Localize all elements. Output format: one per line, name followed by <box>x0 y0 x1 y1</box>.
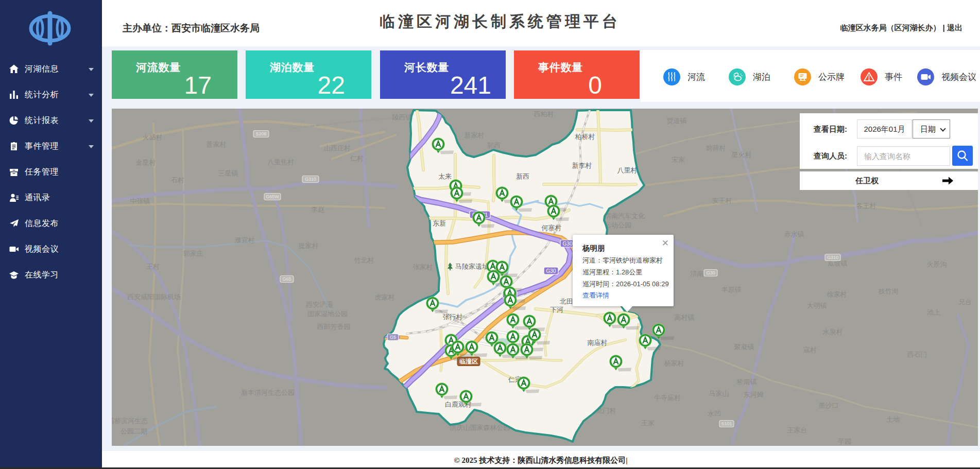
svg-text:寇村: 寇村 <box>803 346 817 354</box>
svg-text:马家山: 马家山 <box>709 390 729 397</box>
svg-text:各王村: 各王村 <box>856 202 876 210</box>
svg-text:宋家: 宋家 <box>672 156 685 164</box>
svg-text:仁村: 仁村 <box>350 154 364 162</box>
svg-text:水泉村: 水泉村 <box>823 328 843 336</box>
svg-text:北田: 北田 <box>560 298 573 305</box>
svg-text:渭南汽车文化: 渭南汽车文化 <box>604 212 645 220</box>
svg-text:运动公园: 运动公园 <box>605 221 631 229</box>
svg-text:聚凝镇: 聚凝镇 <box>734 343 754 351</box>
svg-text:前薛村: 前薛村 <box>706 144 726 152</box>
svg-text:李赵: 李赵 <box>311 205 324 213</box>
svg-text:丰原镇: 丰原镇 <box>721 286 742 293</box>
svg-text:S208: S208 <box>255 131 266 136</box>
svg-text:金星村: 金星村 <box>136 159 156 166</box>
svg-text:东河姆: 东河姆 <box>744 391 764 398</box>
svg-text:下河: 下河 <box>550 306 563 314</box>
svg-text:兄台: 兄台 <box>958 298 972 306</box>
svg-text:土地: 土地 <box>886 415 900 423</box>
svg-text:山西庄村: 山西庄村 <box>324 144 351 152</box>
svg-text:赤水镇: 赤水镇 <box>784 230 804 238</box>
svg-text:西部芳香园: 西部芳香园 <box>317 323 351 331</box>
svg-text:濮宜村: 濮宜村 <box>234 236 255 244</box>
svg-text:桥南镇: 桥南镇 <box>737 378 757 386</box>
svg-text:G5: G5 <box>390 335 396 340</box>
svg-text:西安咸阳国际机场: 西安咸阳国际机场 <box>127 293 181 301</box>
svg-text:普家村: 普家村 <box>207 141 227 148</box>
svg-text:西安浐灞: 西安浐灞 <box>306 301 333 308</box>
svg-text:大明镇: 大明镇 <box>807 302 827 309</box>
svg-text:南庙村: 南庙村 <box>588 339 608 346</box>
svg-text:新家村: 新家村 <box>465 131 485 139</box>
svg-text:陵西镇: 陵西镇 <box>392 113 412 121</box>
svg-text:贾道镇: 贾道镇 <box>667 117 687 125</box>
svg-text:灞桥滨河生态: 灞桥滨河生态 <box>112 417 148 425</box>
svg-text:竹北村: 竹北村 <box>354 256 374 264</box>
svg-text:G65: G65 <box>282 276 291 282</box>
svg-text:三星镇: 三星镇 <box>218 169 238 177</box>
svg-text:杨家村: 杨家村 <box>664 359 684 367</box>
svg-text:新李村: 新李村 <box>572 162 592 169</box>
svg-text:何寨村: 何寨村 <box>541 224 562 232</box>
svg-text:洪庆山国家森林公园: 洪庆山国家森林公园 <box>450 424 510 431</box>
svg-text:张家村: 张家村 <box>413 263 433 271</box>
svg-text:G310: G310 <box>827 255 838 260</box>
svg-text:G30: G30 <box>563 241 573 247</box>
svg-text:新西: 新西 <box>516 172 529 180</box>
svg-text:G65W: G65W <box>266 194 279 199</box>
svg-text:八里村: 八里村 <box>617 166 638 174</box>
svg-text:G310: G310 <box>305 177 316 182</box>
svg-text:安王村: 安王村 <box>712 197 732 204</box>
svg-text:王村: 王村 <box>146 263 160 270</box>
svg-text:高村镇: 高村镇 <box>675 314 695 321</box>
svg-text:王家: 王家 <box>641 419 655 427</box>
svg-text:提家村: 提家村 <box>298 242 319 250</box>
svg-text:水凹: 水凹 <box>708 410 721 418</box>
svg-text:枝竹洵: 枝竹洵 <box>879 287 899 295</box>
svg-text:东新: 东新 <box>433 219 446 227</box>
svg-text:太来: 太来 <box>438 172 452 180</box>
svg-text:G30: G30 <box>706 270 715 275</box>
svg-text:虎家村: 虎家村 <box>375 293 395 301</box>
svg-text:芋园: 芋园 <box>838 438 851 445</box>
svg-text:徐家村: 徐家村 <box>827 290 847 298</box>
svg-text:火景沟: 火景沟 <box>927 260 947 268</box>
svg-text:池上: 池上 <box>927 308 940 316</box>
svg-text:郭家庄: 郭家庄 <box>183 250 203 257</box>
svg-text:牛寺庙村: 牛寺庙村 <box>654 394 681 402</box>
svg-text:西柏村: 西柏村 <box>534 110 554 118</box>
svg-text:郭西: 郭西 <box>487 142 501 149</box>
svg-text:G30: G30 <box>546 268 556 274</box>
svg-text:新丰渭河生态公园: 新丰渭河生态公园 <box>241 389 295 396</box>
svg-text:国家湿地公园: 国家湿地公园 <box>307 310 348 318</box>
svg-text:墨沙口: 墨沙口 <box>819 402 839 409</box>
svg-text:中张镇: 中张镇 <box>130 197 150 205</box>
svg-text:西石门: 西石门 <box>907 351 927 358</box>
svg-text:八里焦村: 八里焦村 <box>267 158 294 166</box>
svg-text:张行村: 张行村 <box>443 313 463 321</box>
svg-text:星火村: 星火村 <box>732 151 752 159</box>
svg-text:柏桥村: 柏桥村 <box>575 133 595 141</box>
svg-text:公园二期: 公园二期 <box>121 427 147 435</box>
svg-text:石村: 石村 <box>171 176 184 184</box>
svg-text:S101: S101 <box>721 421 732 426</box>
svg-text:火盛村: 火盛村 <box>143 133 163 141</box>
svg-text:王家台: 王家台 <box>787 426 807 434</box>
